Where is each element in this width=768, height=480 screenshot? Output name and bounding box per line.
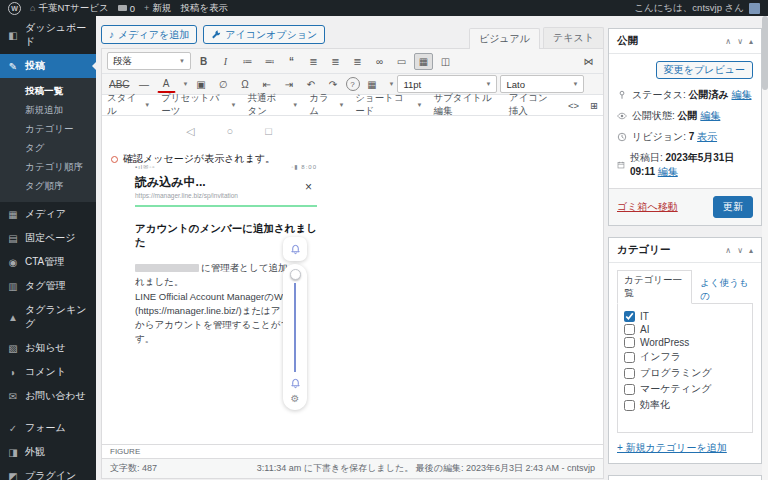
category-item[interactable]: マーケティング [624, 382, 746, 396]
numbered-list-button[interactable]: ≕ [260, 53, 279, 70]
paste-as-text-button[interactable]: ▣ [192, 76, 211, 93]
bell-icon[interactable] [290, 378, 301, 389]
tab-most-used[interactable]: よく使うもの [700, 277, 753, 303]
submenu-all-posts[interactable]: 投稿一覧 [0, 82, 96, 101]
toggle-panel-icon[interactable]: ▴ [749, 246, 753, 255]
avatar[interactable] [749, 3, 760, 14]
special-char-button[interactable]: Ω [236, 76, 255, 93]
submenu-tag-order[interactable]: タグ順序 [0, 177, 96, 196]
columns-menu[interactable]: カラム▼ [309, 92, 344, 118]
site-name-link[interactable]: ⌂ 千葉NTサービス [30, 2, 109, 15]
help-button[interactable]: ? [346, 77, 360, 91]
style-menu[interactable]: スタイル▼ [107, 92, 150, 118]
comments-indicator[interactable]: 0 [118, 3, 135, 14]
align-left-button[interactable]: ≣ [304, 53, 323, 70]
horizontal-rule-button[interactable]: — [135, 76, 154, 93]
italic-button[interactable]: I [216, 53, 235, 70]
submenu-add-new[interactable]: 新規追加 [0, 101, 96, 120]
common-buttons-menu[interactable]: 共通ボタン▼ [247, 92, 298, 118]
fullscreen-button[interactable]: ⋈ [579, 53, 598, 70]
strikethrough-button[interactable]: ABC [107, 76, 132, 93]
icon-options-button[interactable]: アイコンオプション [203, 25, 325, 44]
sidebar-item-cta[interactable]: ◉ CTA管理 [0, 250, 96, 274]
undo-button[interactable]: ↶ [302, 76, 321, 93]
submenu-categories[interactable]: カテゴリー [0, 120, 96, 139]
edit-visibility-link[interactable]: 編集 [700, 110, 720, 121]
text-color-button[interactable]: A [157, 75, 176, 93]
edit-date-link[interactable]: 編集 [658, 166, 678, 177]
code-button[interactable]: <> [568, 100, 579, 111]
page-scrollbar[interactable] [762, 16, 768, 480]
align-center-button[interactable]: ≣ [326, 53, 345, 70]
edit-status-link[interactable]: 編集 [732, 89, 752, 100]
move-to-trash-link[interactable]: ゴミ箱へ移動 [617, 200, 678, 214]
sidebar-item-news[interactable]: ▧ お知らせ [0, 336, 96, 360]
sidebar-item-dashboard[interactable]: ◧ ダッシュボード [0, 16, 96, 54]
scrollbar-thumb[interactable] [762, 16, 768, 90]
sidebar-item-posts[interactable]: ✎ 投稿 [0, 54, 96, 78]
sidebar-item-appearance[interactable]: ◨ 外観 [0, 440, 96, 464]
slider-handle[interactable] [290, 269, 301, 280]
category-checkbox[interactable] [624, 352, 635, 363]
sidebar-item-contact[interactable]: ✉ お問い合わせ [0, 384, 96, 408]
toolbar-toggle-button[interactable]: ▦ [414, 53, 433, 70]
align-right-button[interactable]: ≣ [348, 53, 367, 70]
tab-visual[interactable]: ビジュアル [469, 28, 540, 49]
new-content-menu[interactable]: + 新規 [144, 2, 171, 15]
blockquote-button[interactable]: “ [282, 53, 301, 70]
toggle-panel-icon[interactable]: ▴ [749, 37, 753, 46]
submenu-tags[interactable]: タグ [0, 139, 96, 158]
indent-button[interactable]: ⇥ [280, 76, 299, 93]
sidebar-item-forms[interactable]: ✓ フォーム [0, 416, 96, 440]
category-checkbox[interactable] [624, 337, 635, 348]
greeting-text[interactable]: こんにちは、cntsvjp さん [634, 2, 744, 15]
move-up-icon[interactable]: ∧ [725, 246, 731, 255]
outdent-button[interactable]: ⇤ [258, 76, 277, 93]
category-checkbox[interactable] [624, 368, 635, 379]
table-button[interactable]: ▦ [363, 76, 382, 93]
shortcode-menu[interactable]: ショートコード▼ [355, 92, 422, 118]
category-checkbox[interactable] [624, 384, 635, 395]
add-category-link[interactable]: + 新規カテゴリーを追加 [617, 442, 727, 453]
category-item[interactable]: AI [624, 324, 746, 335]
tab-text[interactable]: テキスト [543, 27, 604, 48]
subtitle-edit-button[interactable]: サブタイトル編集 [433, 92, 497, 118]
link-button[interactable]: ∞ [370, 53, 389, 70]
category-item[interactable]: IT [624, 311, 746, 322]
bold-button[interactable]: B [194, 53, 213, 70]
submenu-category-order[interactable]: カテゴリ順序 [0, 158, 96, 177]
post-content-canvas[interactable]: ◁ ○ □ 確認メッセージが表示されます。 ▪ıl✉◦▫ ◦▮ 8:00 読み込… [102, 116, 603, 444]
gear-icon[interactable]: ⚙ [291, 394, 300, 404]
category-checkbox[interactable] [624, 324, 635, 335]
view-revisions-link[interactable]: 表示 [697, 131, 717, 142]
category-panel-header[interactable]: カテゴリー ∧ ∨ ▴ [609, 238, 761, 263]
preview-changes-button[interactable]: 変更をプレビュー [656, 61, 753, 79]
close-icon[interactable]: × [305, 180, 312, 194]
element-path-bar[interactable]: FIGURE [102, 444, 603, 458]
category-item[interactable]: プログラミング [624, 366, 746, 380]
read-more-button[interactable]: ▭ [392, 53, 411, 70]
redo-button[interactable]: ↷ [324, 76, 343, 93]
preset-parts-menu[interactable]: プリセットパーツ▼ [161, 92, 236, 118]
category-item[interactable]: 効率化 [624, 398, 746, 412]
icon-insert-button[interactable]: アイコン挿入 [509, 92, 557, 118]
paragraph-select[interactable]: 段落▼ [107, 52, 191, 70]
publish-panel-header[interactable]: 公開 ∧ ∨ ▴ [609, 29, 761, 54]
category-item[interactable]: WordPress [624, 337, 746, 348]
distraction-free-button[interactable]: ◫ [436, 53, 455, 70]
tab-all-categories[interactable]: カテゴリー一覧 [617, 270, 692, 304]
add-media-button[interactable]: ♪ メディアを追加 [101, 25, 197, 44]
clear-format-button[interactable]: ∅ [214, 76, 233, 93]
table-insert-icon[interactable]: ⊞ [590, 100, 598, 111]
category-checkbox[interactable] [624, 400, 635, 411]
move-down-icon[interactable]: ∨ [737, 37, 743, 46]
sidebar-item-tag-ranking[interactable]: ▲ タグランキング [0, 298, 96, 336]
move-down-icon[interactable]: ∨ [737, 246, 743, 255]
sidebar-item-comments[interactable]: ◗ コメント [0, 360, 96, 384]
sidebar-item-media[interactable]: ▦ メディア [0, 202, 96, 226]
bullet-list-button[interactable]: ≔ [238, 53, 257, 70]
update-button[interactable]: 更新 [713, 196, 753, 218]
notification-bell-button[interactable] [283, 237, 307, 261]
font-family-select[interactable]: Lato▼ [500, 75, 584, 93]
font-size-select[interactable]: 11pt▼ [397, 75, 497, 93]
